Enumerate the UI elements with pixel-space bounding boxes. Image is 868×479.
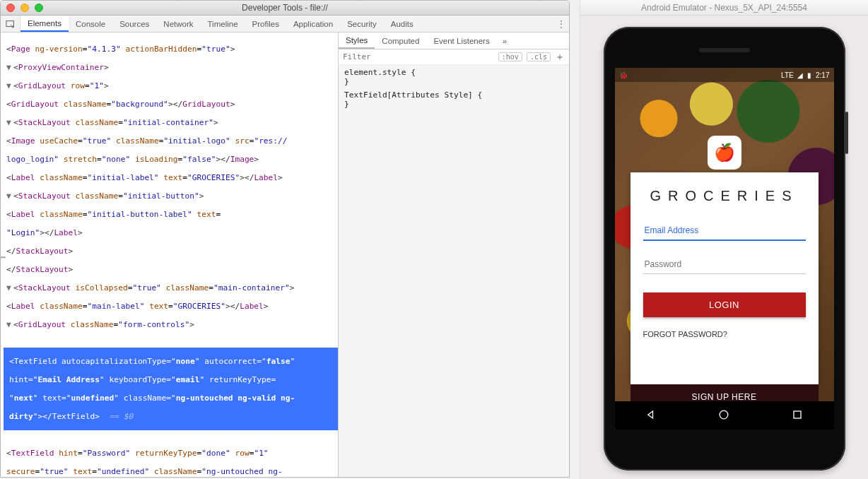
- dom-tree-panel[interactable]: <Page ng-version="4.1.3" actionBarHidden…: [1, 32, 339, 477]
- tab-security[interactable]: Security: [340, 16, 384, 32]
- window-close-icon[interactable]: [6, 4, 15, 12]
- styles-add-rule-icon[interactable]: ＋: [555, 51, 565, 64]
- phone-power-button[interactable]: [845, 112, 848, 154]
- styles-filter-input[interactable]: [343, 52, 494, 61]
- dom-node[interactable]: "Login"></Label>: [4, 228, 338, 237]
- dom-node[interactable]: ▼<StackLayout isCollapsed="true" classNa…: [4, 283, 338, 292]
- dom-node[interactable]: secure="true" text="undefined" className…: [4, 467, 338, 476]
- dom-node[interactable]: <Label className="main-label" text="GROC…: [4, 302, 338, 311]
- devtools-window: Developer Tools - file:// Elements Conso…: [0, 0, 570, 478]
- dom-node[interactable]: </StackLayout>: [4, 265, 338, 274]
- styles-panel: Styles Computed Event Listeners » :hov .…: [339, 32, 569, 477]
- android-statusbar: 🐞 LTE ◢ ▮ 2:17: [615, 68, 834, 82]
- devtools-tabstrip: Elements Console Sources Network Timelin…: [1, 16, 569, 32]
- dom-node[interactable]: ▼<StackLayout className="initial-contain…: [4, 118, 338, 127]
- styles-rules[interactable]: element.style { } TextField[Attributes S…: [339, 65, 569, 477]
- traffic-lights: [1, 4, 43, 12]
- android-navbar: [615, 401, 834, 430]
- tab-computed[interactable]: Computed: [375, 32, 426, 49]
- dom-node[interactable]: ▼<ProxyViewContainer>: [4, 63, 338, 72]
- tab-profiles[interactable]: Profiles: [245, 16, 286, 32]
- phone-frame: 🐞 LTE ◢ ▮ 2:17 🍎 GROCERIES: [604, 27, 845, 471]
- styles-cls-toggle[interactable]: .cls: [527, 52, 551, 61]
- tab-styles[interactable]: Styles: [339, 32, 375, 49]
- nav-home-icon[interactable]: [717, 408, 731, 423]
- dom-node[interactable]: ▼<GridLayout row="1">: [4, 81, 338, 90]
- tab-application[interactable]: Application: [286, 16, 340, 32]
- phone-speaker: [699, 48, 750, 52]
- debug-icon: 🐞: [619, 71, 628, 79]
- mac-titlebar[interactable]: Developer Tools - file://: [1, 1, 569, 16]
- svg-rect-0: [6, 20, 13, 26]
- nav-back-icon[interactable]: [644, 408, 658, 423]
- login-button[interactable]: LOGIN: [643, 292, 806, 317]
- nav-recent-icon[interactable]: [790, 408, 804, 423]
- css-rule-selector[interactable]: TextField[Attributes Style] {: [344, 90, 563, 100]
- inspect-element-icon[interactable]: [1, 16, 20, 32]
- tab-event-listeners[interactable]: Event Listeners: [426, 32, 496, 49]
- groceries-app: 🍎 GROCERIES LOGIN FORGOT PASSWORD? SIGN …: [615, 68, 834, 430]
- dom-node[interactable]: logo_login" stretch="none" isLoading="fa…: [4, 155, 338, 164]
- dom-node[interactable]: <Image useCache="true" className="initia…: [4, 136, 338, 146]
- css-rule-brace: }: [344, 100, 563, 109]
- svg-point-1: [720, 410, 729, 419]
- dom-node[interactable]: </StackLayout>: [4, 247, 338, 256]
- gutter-ellipsis-icon[interactable]: ⋯: [1, 253, 13, 262]
- window-title: Developer Tools - file://: [1, 3, 569, 13]
- app-logo-icon: 🍎: [708, 136, 741, 170]
- styles-tabstrip: Styles Computed Event Listeners »: [339, 32, 569, 49]
- login-card: GROCERIES LOGIN FORGOT PASSWORD?: [631, 172, 819, 384]
- tab-sources[interactable]: Sources: [112, 16, 156, 32]
- dom-node[interactable]: <GridLayout className="background"></Gri…: [4, 100, 338, 109]
- dom-node-selected[interactable]: <TextField autocapitalizationType="none"…: [4, 348, 338, 430]
- css-rule-selector[interactable]: element.style {: [344, 68, 563, 77]
- tab-elements[interactable]: Elements: [20, 16, 69, 32]
- lte-label: LTE: [781, 71, 794, 79]
- clock-label: 2:17: [816, 71, 829, 79]
- css-rule-brace: }: [344, 77, 563, 86]
- dom-node[interactable]: <TextField hint="Password" returnKeyType…: [4, 449, 338, 458]
- svg-rect-2: [794, 411, 801, 418]
- forgot-password-link[interactable]: FORGOT PASSWORD?: [643, 330, 806, 338]
- app-heading: GROCERIES: [643, 188, 806, 204]
- tab-timeline[interactable]: Timeline: [201, 16, 245, 32]
- window-zoom-icon[interactable]: [35, 4, 43, 12]
- tab-audits[interactable]: Audits: [384, 16, 421, 32]
- styles-more-icon[interactable]: »: [497, 32, 512, 49]
- signal-icon: ◢: [797, 71, 803, 79]
- styles-hov-toggle[interactable]: :hov: [498, 52, 522, 61]
- devtools-more-icon[interactable]: ⋮: [553, 16, 569, 32]
- password-field[interactable]: [643, 255, 806, 274]
- email-field[interactable]: [643, 221, 806, 241]
- tab-network[interactable]: Network: [156, 16, 200, 32]
- emulator-window: Android Emulator - Nexus_5X_API_24:5554 …: [580, 0, 868, 479]
- dom-node[interactable]: <Label className="initial-label" text="G…: [4, 173, 338, 182]
- dom-node[interactable]: <Label className="initial-button-label" …: [4, 210, 338, 219]
- dom-node[interactable]: <Page ng-version="4.1.3" actionBarHidden…: [4, 45, 338, 54]
- dom-node[interactable]: ▼<GridLayout className="form-controls">: [4, 320, 338, 329]
- emulator-title: Android Emulator - Nexus_5X_API_24:5554: [580, 0, 868, 16]
- dom-node[interactable]: ▼<StackLayout className="initial-button"…: [4, 191, 338, 201]
- window-minimize-icon[interactable]: [20, 4, 29, 12]
- tab-console[interactable]: Console: [69, 16, 112, 32]
- phone-screen[interactable]: 🐞 LTE ◢ ▮ 2:17 🍎 GROCERIES: [615, 68, 834, 430]
- styles-filter-row: :hov .cls ＋: [339, 49, 569, 65]
- battery-icon: ▮: [807, 71, 811, 79]
